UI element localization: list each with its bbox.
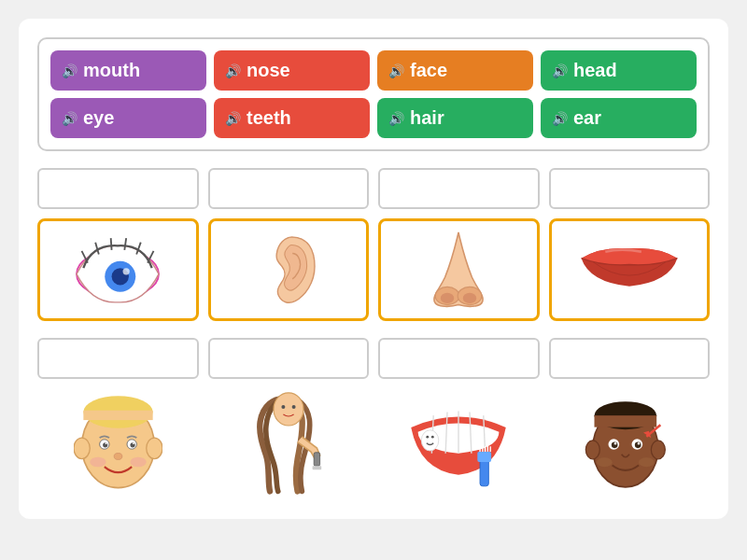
word-btn-eye[interactable]: 🔊 eye xyxy=(50,98,206,138)
speaker-icon-teeth: 🔊 xyxy=(225,111,241,126)
svg-point-30 xyxy=(291,405,295,409)
svg-point-46 xyxy=(427,435,430,438)
image-card-ear[interactable] xyxy=(208,218,370,321)
drop-box-2-4[interactable] xyxy=(549,338,711,379)
word-label-mouth: mouth xyxy=(83,60,140,81)
mouth-illustration xyxy=(573,240,685,301)
word-btn-mouth[interactable]: 🔊 mouth xyxy=(50,50,206,91)
eye-illustration xyxy=(66,232,169,307)
svg-point-12 xyxy=(441,293,454,303)
image-card-nose[interactable] xyxy=(378,218,540,321)
word-label-face: face xyxy=(410,60,447,81)
speaker-icon-ear: 🔊 xyxy=(552,111,568,126)
image-card-eye[interactable] xyxy=(37,218,199,321)
svg-point-58 xyxy=(638,442,641,445)
word-btn-teeth[interactable]: 🔊 teeth xyxy=(214,98,370,138)
word-btn-face[interactable]: 🔊 face xyxy=(377,50,533,91)
svg-point-51 xyxy=(585,441,599,459)
main-container: 🔊 mouth 🔊 nose 🔊 face 🔊 head 🔊 eye 🔊 tee… xyxy=(19,19,728,519)
svg-point-22 xyxy=(130,442,134,447)
svg-point-60 xyxy=(639,457,655,467)
word-grid: 🔊 mouth 🔊 nose 🔊 face 🔊 head 🔊 eye 🔊 tee… xyxy=(37,37,710,151)
image-row-1 xyxy=(37,218,710,321)
svg-rect-50 xyxy=(594,415,656,427)
svg-point-45 xyxy=(422,429,439,450)
svg-point-23 xyxy=(105,442,106,444)
word-btn-head[interactable]: 🔊 head xyxy=(541,50,697,91)
image-card-head[interactable] xyxy=(549,388,711,500)
nose-illustration xyxy=(421,223,496,316)
svg-point-57 xyxy=(614,442,617,445)
svg-rect-32 xyxy=(312,466,321,469)
face-illustration xyxy=(74,393,162,496)
drop-box-2-1[interactable] xyxy=(37,338,199,379)
drop-row-2 xyxy=(37,338,710,379)
speaker-icon-face: 🔊 xyxy=(388,63,404,78)
svg-point-21 xyxy=(103,442,107,447)
word-label-ear: ear xyxy=(573,107,601,129)
word-label-nose: nose xyxy=(247,60,290,81)
drop-row-1 xyxy=(37,168,710,209)
drop-box-2-3[interactable] xyxy=(378,338,540,379)
drop-box-1-3[interactable] xyxy=(378,168,540,209)
drop-box-1-4[interactable] xyxy=(549,168,711,209)
drop-box-1-2[interactable] xyxy=(208,168,370,209)
svg-point-24 xyxy=(133,442,134,444)
image-card-hair[interactable] xyxy=(208,388,370,500)
image-card-mouth[interactable] xyxy=(549,218,711,321)
svg-rect-16 xyxy=(83,411,152,420)
speaker-icon-hair: 🔊 xyxy=(388,111,404,126)
svg-point-25 xyxy=(114,454,122,460)
speaker-icon-head: 🔊 xyxy=(552,63,568,78)
svg-point-47 xyxy=(431,435,434,438)
svg-point-52 xyxy=(651,441,665,459)
speaker-icon-nose: 🔊 xyxy=(225,63,241,78)
speaker-icon-eye: 🔊 xyxy=(62,111,78,126)
svg-rect-31 xyxy=(314,453,319,466)
svg-point-17 xyxy=(74,438,90,458)
drop-box-2-2[interactable] xyxy=(208,338,370,379)
speaker-icon-mouth: 🔊 xyxy=(62,63,78,78)
svg-point-18 xyxy=(146,438,162,458)
word-btn-hair[interactable]: 🔊 hair xyxy=(377,98,533,138)
image-card-face[interactable] xyxy=(37,388,199,500)
svg-point-28 xyxy=(274,393,303,426)
svg-point-27 xyxy=(130,457,146,467)
head-illustration xyxy=(583,388,676,500)
svg-point-3 xyxy=(123,268,130,274)
svg-point-59 xyxy=(597,457,613,467)
svg-point-26 xyxy=(90,457,106,467)
image-row-2 xyxy=(37,388,710,500)
ear-illustration xyxy=(256,223,321,316)
word-label-teeth: teeth xyxy=(247,107,291,129)
svg-line-6 xyxy=(111,238,112,250)
word-label-hair: hair xyxy=(410,107,444,129)
word-label-head: head xyxy=(573,60,617,81)
svg-rect-39 xyxy=(478,451,492,461)
teeth-illustration xyxy=(402,400,514,489)
word-btn-ear[interactable]: 🔊 ear xyxy=(541,98,697,138)
svg-point-13 xyxy=(463,293,476,303)
drop-box-1-1[interactable] xyxy=(37,168,199,209)
word-label-eye: eye xyxy=(83,107,114,129)
image-card-teeth[interactable] xyxy=(378,388,540,500)
word-btn-nose[interactable]: 🔊 nose xyxy=(214,50,370,91)
hair-illustration xyxy=(251,388,326,500)
svg-point-29 xyxy=(281,405,285,409)
